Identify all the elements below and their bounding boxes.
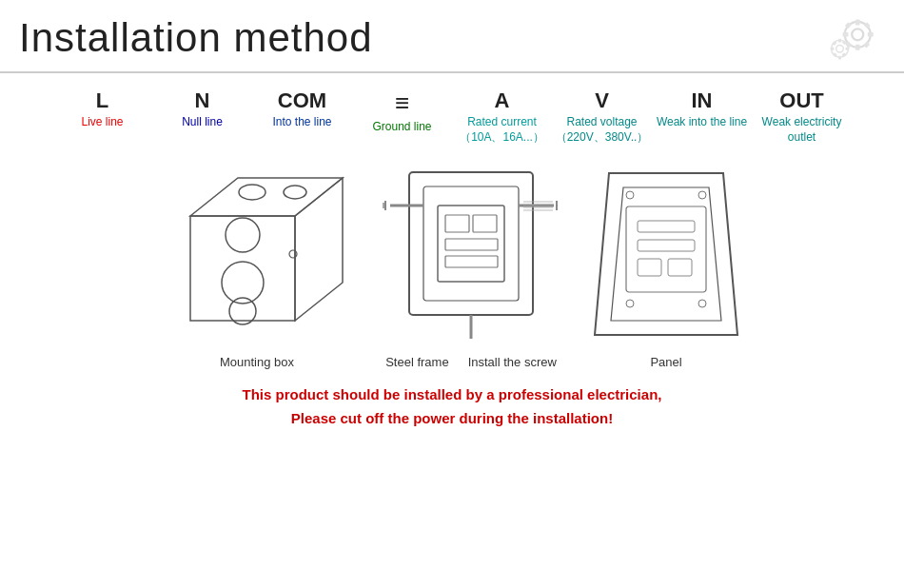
svg-point-27 <box>284 186 306 199</box>
legend-desc-V: Rated voltage（220V、380V..） <box>552 115 652 145</box>
legend-item-OUT: OUT Weak electricity outlet <box>752 88 852 146</box>
legend-symbol-N: N <box>152 88 252 113</box>
install-screw-label: Install the screw <box>468 355 557 369</box>
svg-rect-13 <box>838 56 841 60</box>
legend-symbol-OUT: OUT <box>752 88 852 113</box>
legend-item-L: L Live line <box>52 88 152 130</box>
svg-rect-35 <box>445 256 498 267</box>
header: Installation method <box>0 0 904 73</box>
legend-symbol-V: V <box>552 88 652 113</box>
mounting-box-svg <box>162 159 352 349</box>
gear-icon <box>809 10 885 67</box>
svg-rect-32 <box>445 215 469 232</box>
svg-rect-51 <box>638 259 661 276</box>
frame-labels: Steel frame Install the screw <box>385 349 557 369</box>
steel-frame-svg <box>381 153 561 343</box>
steel-frame-group: Steel frame Install the screw <box>381 153 561 369</box>
diagram-section: Mounting box <box>0 153 904 369</box>
svg-rect-15 <box>846 48 850 50</box>
legend-item-GND: ≡ Ground line <box>352 88 452 135</box>
legend-symbol-IN: IN <box>652 88 752 113</box>
svg-rect-2 <box>855 20 860 26</box>
svg-rect-52 <box>668 259 692 276</box>
svg-rect-49 <box>638 221 695 232</box>
svg-point-53 <box>626 191 634 199</box>
svg-marker-22 <box>295 178 343 321</box>
svg-point-56 <box>698 300 706 307</box>
legend-symbol-A: A <box>452 88 552 113</box>
svg-point-1 <box>852 29 863 40</box>
svg-point-26 <box>239 185 265 200</box>
svg-rect-34 <box>445 239 498 250</box>
legend-item-COM: COM Into the line <box>252 88 352 130</box>
steel-frame-label: Steel frame <box>385 355 448 369</box>
svg-rect-31 <box>438 206 504 282</box>
svg-rect-12 <box>838 39 841 43</box>
legend-symbol-L: L <box>52 88 152 113</box>
svg-point-55 <box>626 300 634 307</box>
legend-item-A: A Rated current（10A、16A...） <box>452 88 552 146</box>
mounting-box-label: Mounting box <box>220 355 294 369</box>
legend-item-N: N Null line <box>152 88 252 130</box>
svg-rect-50 <box>638 240 695 251</box>
warning-line2: Please cut off the power during the inst… <box>0 406 904 431</box>
page-title: Installation method <box>19 15 373 61</box>
svg-marker-46 <box>595 173 737 335</box>
legend-desc-L: Live line <box>52 115 152 130</box>
warning-text: This product should be installed by a pr… <box>0 382 904 431</box>
legend-symbol-COM: COM <box>252 88 352 113</box>
svg-point-54 <box>698 191 706 199</box>
panel-svg <box>590 159 742 349</box>
svg-rect-48 <box>626 206 706 292</box>
legend-desc-COM: Into the line <box>252 115 352 130</box>
svg-rect-4 <box>843 32 849 37</box>
legend-item-IN: IN Weak into the line <box>652 88 752 130</box>
svg-rect-14 <box>831 48 835 50</box>
warning-line1: This product should be installed by a pr… <box>0 382 904 407</box>
svg-rect-5 <box>868 32 874 37</box>
legend-desc-GND: Ground line <box>352 120 452 135</box>
legend-desc-A: Rated current（10A、16A...） <box>452 115 552 145</box>
diagram-item-mounting-box: Mounting box <box>162 159 352 369</box>
svg-rect-3 <box>855 45 860 50</box>
legend-row: L Live line N Null line COM Into the lin… <box>0 77 904 153</box>
panel-label: Panel <box>650 355 681 369</box>
svg-marker-20 <box>190 216 295 321</box>
svg-point-11 <box>836 46 844 53</box>
svg-rect-33 <box>473 215 497 232</box>
legend-symbol-GND: ≡ <box>352 88 452 118</box>
legend-desc-IN: Weak into the line <box>652 115 752 130</box>
diagram-item-panel: Panel <box>590 159 742 369</box>
svg-rect-29 <box>409 172 533 315</box>
svg-point-23 <box>226 218 260 252</box>
svg-point-28 <box>289 250 297 258</box>
legend-desc-OUT: Weak electricity outlet <box>752 115 852 145</box>
legend-desc-N: Null line <box>152 115 252 130</box>
legend-item-V: V Rated voltage（220V、380V..） <box>552 88 652 146</box>
